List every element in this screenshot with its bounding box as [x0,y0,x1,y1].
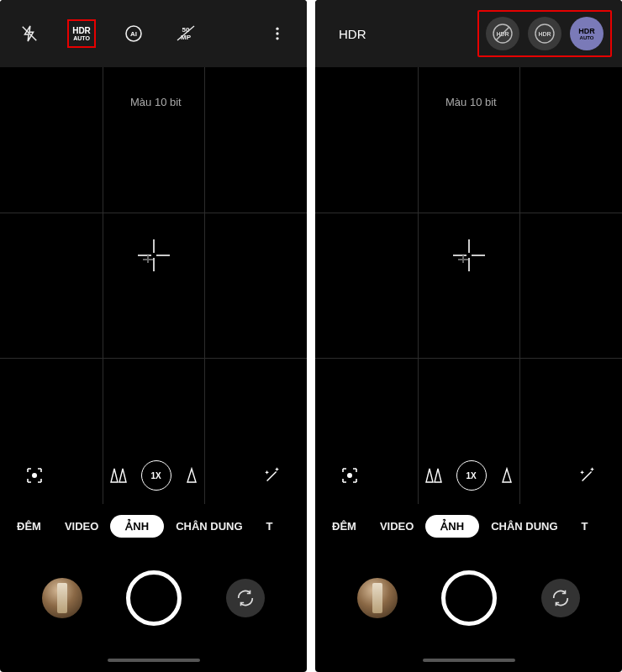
zoom-wide-icon[interactable] [109,467,128,484]
hdr-options-topbar: HDR HDR HDR HDR AUTO [315,0,622,67]
zoom-controls: 1X [0,459,307,492]
focus-crosshair-icon [450,236,488,275]
mode-video[interactable]: VIDEO [53,520,110,533]
switch-camera-button[interactable] [541,579,580,617]
grid-line [103,67,103,504]
filters-wand-icon[interactable] [573,461,602,490]
mode-more[interactable]: T [570,520,588,533]
zoom-controls: 1X [315,459,622,492]
hdr-label: HDR [72,26,91,35]
svg-text:AI: AI [130,30,137,38]
shutter-row [0,548,307,648]
flash-off-icon[interactable] [15,19,44,48]
hdr-auto-button[interactable]: HDR AUTO [67,19,96,48]
mode-video[interactable]: VIDEO [368,520,425,533]
switch-camera-button[interactable] [226,579,265,617]
color-depth-label: Màu 10 bit [130,96,182,108]
svg-point-28 [347,473,352,478]
mode-photo[interactable]: ẢNH [110,515,164,538]
svg-text:MP: MP [181,34,192,41]
mode-night[interactable]: ĐÊM [320,520,368,533]
grid-line [0,358,307,359]
svg-point-15 [32,473,37,478]
shutter-button[interactable] [126,570,182,626]
svg-line-29 [582,471,592,480]
camera-viewfinder[interactable]: Màu 10 bit [315,67,622,504]
home-indicator [315,648,622,672]
zoom-value: 1X [466,471,476,480]
grid-line [204,67,205,504]
mode-portrait[interactable]: CHÂN DUNG [479,520,569,533]
lens-mode-icon[interactable] [20,461,49,490]
color-depth-label: Màu 10 bit [445,96,497,108]
camera-mode-strip[interactable]: ĐÊM VIDEO ẢNH CHÂN DUNG T [0,504,307,548]
hdr-on-button[interactable]: HDR [528,17,561,50]
zoom-level-button[interactable]: 1X [141,460,171,491]
hdr-title: HDR [339,27,366,41]
gallery-thumbnail[interactable] [357,578,398,618]
mode-photo[interactable]: ẢNH [425,515,479,538]
home-indicator [0,648,307,672]
phone-screenshot-right: HDR HDR HDR HDR AUTO [315,0,622,672]
grid-line [315,358,622,359]
hdr-options-group: HDR HDR HDR AUTO [477,10,612,57]
mode-portrait[interactable]: CHÂN DUNG [164,520,254,533]
phone-screenshot-left: HDR AUTO AI 50 MP [0,0,307,672]
shutter-button[interactable] [441,570,497,626]
more-options-icon[interactable] [263,19,292,48]
svg-point-6 [276,28,278,30]
zoom-tele-icon[interactable] [500,467,514,484]
grid-line [418,67,419,504]
zoom-value: 1X [150,471,161,480]
lens-mode-icon[interactable] [335,461,364,490]
mode-night[interactable]: ĐÊM [5,520,53,533]
hdr-auto-pill-label: HDR [578,27,595,35]
mode-more[interactable]: T [255,520,273,533]
svg-text:HDR: HDR [538,31,551,37]
svg-line-16 [267,471,277,480]
camera-topbar: HDR AUTO AI 50 MP [0,0,307,67]
ai-mode-icon[interactable]: AI [119,19,148,48]
zoom-wide-icon[interactable] [424,467,443,484]
focus-crosshair-icon [134,236,173,275]
hdr-auto-button[interactable]: HDR AUTO [570,17,604,50]
camera-mode-strip[interactable]: ĐÊM VIDEO ẢNH CHÂN DUNG T [315,504,622,548]
svg-point-8 [276,37,278,39]
filters-wand-icon[interactable] [258,461,287,490]
grid-line [315,213,622,213]
zoom-level-button[interactable]: 1X [456,460,487,491]
grid-line [519,67,520,504]
grid-line [0,213,307,213]
camera-viewfinder[interactable]: Màu 10 bit [0,67,307,504]
shutter-row [315,548,622,648]
gallery-thumbnail[interactable] [42,578,82,618]
hdr-sub-label: AUTO [72,35,91,41]
resolution-50mp-icon[interactable]: 50 MP [171,19,200,48]
hdr-off-button[interactable]: HDR [486,17,519,50]
hdr-auto-pill-sub: AUTO [578,35,595,40]
svg-point-7 [276,32,278,34]
zoom-tele-icon[interactable] [185,467,198,484]
